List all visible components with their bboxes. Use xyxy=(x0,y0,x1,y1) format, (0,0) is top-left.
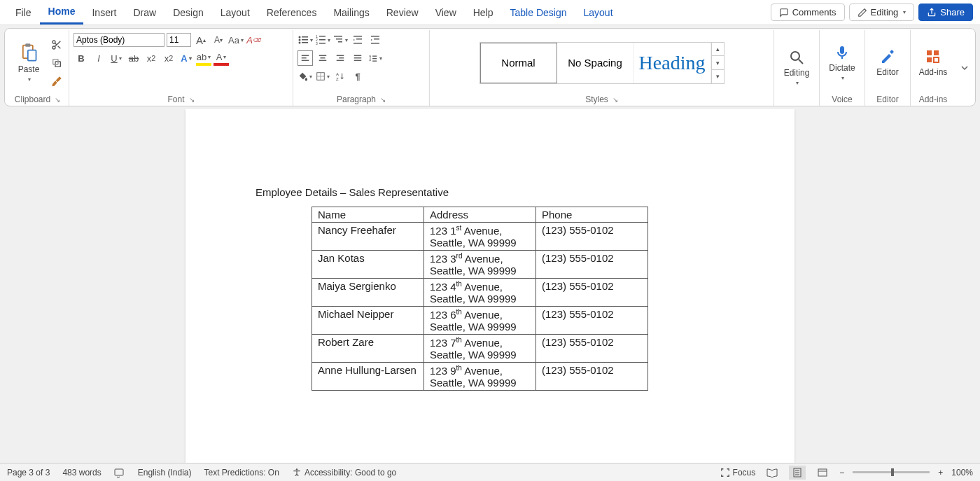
editor-icon xyxy=(879,48,896,65)
justify-button[interactable] xyxy=(350,50,365,66)
editing-find-button[interactable]: Editing ▾ xyxy=(778,46,815,89)
grow-font-button[interactable]: A▴ xyxy=(193,32,209,48)
bullets-button[interactable]: ▾ xyxy=(298,32,313,48)
sort-button[interactable]: AZ xyxy=(332,69,348,84)
show-marks-button[interactable]: ¶ xyxy=(350,69,365,84)
tab-view[interactable]: View xyxy=(427,1,465,24)
format-painter-button[interactable] xyxy=(49,74,64,89)
zoom-level[interactable]: 100% xyxy=(951,468,973,477)
tab-references[interactable]: References xyxy=(258,1,326,24)
font-size-input[interactable] xyxy=(167,33,191,47)
svg-point-5 xyxy=(299,36,301,39)
tab-layout[interactable]: Layout xyxy=(575,1,621,24)
zoom-in-button[interactable]: + xyxy=(938,468,943,477)
numbering-button[interactable]: 123▾ xyxy=(315,32,330,48)
magnifier-icon xyxy=(788,49,805,66)
print-layout-button[interactable] xyxy=(789,466,806,480)
svg-rect-34 xyxy=(337,60,344,61)
svg-rect-52 xyxy=(927,57,932,62)
tab-draw[interactable]: Draw xyxy=(125,1,164,24)
font-color-button[interactable]: A▾ xyxy=(214,50,229,66)
tab-layout[interactable]: Layout xyxy=(212,1,258,24)
accessibility-status[interactable]: Accessibility: Good to go xyxy=(292,468,396,477)
table-row[interactable]: Nancy Freehafer123 1st Avenue,Seattle, W… xyxy=(312,223,648,251)
styles-launcher[interactable]: ↘ xyxy=(612,96,618,104)
column-header[interactable]: Name xyxy=(312,207,424,223)
superscript-button[interactable]: x2 xyxy=(161,50,176,66)
word-count[interactable]: 483 words xyxy=(62,468,101,477)
font-launcher[interactable]: ↘ xyxy=(189,96,195,104)
font-name-input[interactable] xyxy=(74,33,164,47)
cut-button[interactable] xyxy=(49,37,64,53)
tab-design[interactable]: Design xyxy=(164,1,212,24)
increase-indent-button[interactable] xyxy=(368,32,383,48)
multilevel-list-button[interactable]: ▾ xyxy=(332,32,348,48)
shading-button[interactable]: ▾ xyxy=(298,69,313,84)
editing-mode-button[interactable]: Editing ▾ xyxy=(849,4,915,21)
shrink-font-button[interactable]: A▾ xyxy=(211,32,226,48)
tab-mailings[interactable]: Mailings xyxy=(325,1,377,24)
collapse-ribbon-button[interactable] xyxy=(955,30,974,106)
column-header[interactable]: Address xyxy=(424,207,536,223)
bold-button[interactable]: B xyxy=(74,50,89,66)
line-spacing-button[interactable]: ▾ xyxy=(368,50,383,66)
tab-insert[interactable]: Insert xyxy=(83,1,125,24)
web-layout-button[interactable] xyxy=(814,466,831,480)
svg-rect-30 xyxy=(321,57,326,58)
clipboard-launcher[interactable]: ↘ xyxy=(55,96,60,104)
svg-line-48 xyxy=(799,60,803,64)
column-header[interactable]: Phone xyxy=(536,207,648,223)
gallery-down[interactable]: ▾ xyxy=(712,56,724,70)
dictate-button[interactable]: Dictate ▾ xyxy=(824,41,860,84)
text-effects-button[interactable]: A▾ xyxy=(178,50,194,66)
spell-check-icon[interactable] xyxy=(114,467,125,478)
copy-button[interactable] xyxy=(49,55,64,71)
align-center-button[interactable] xyxy=(315,50,330,66)
clear-formatting-button[interactable]: A⌫ xyxy=(246,32,261,48)
change-case-button[interactable]: Aa▾ xyxy=(228,32,244,48)
table-row[interactable]: Robert Zare123 7th Avenue,Seattle, WA 99… xyxy=(312,335,648,363)
tab-file[interactable]: File xyxy=(7,1,40,24)
paste-button[interactable]: Paste ▾ xyxy=(10,40,47,85)
strikethrough-button[interactable]: ab xyxy=(126,50,141,66)
table-row[interactable]: Michael Neipper123 6th Avenue,Seattle, W… xyxy=(312,307,648,335)
addins-button[interactable]: Add-ins xyxy=(915,46,951,80)
style-no-spacing[interactable]: No Spacing xyxy=(557,43,634,83)
gallery-up[interactable]: ▴ xyxy=(712,43,724,57)
highlight-button[interactable]: ab▾ xyxy=(196,50,211,66)
style-heading[interactable]: Heading xyxy=(634,43,711,83)
share-button[interactable]: Share xyxy=(918,4,973,21)
document-area[interactable]: Employee Details – Sales Representative … xyxy=(0,109,980,463)
zoom-out-button[interactable]: − xyxy=(839,468,844,477)
page-indicator[interactable]: Page 3 of 3 xyxy=(7,468,50,477)
align-left-button[interactable] xyxy=(298,50,313,66)
gallery-more[interactable]: ▾ xyxy=(712,70,724,83)
focus-mode-button[interactable]: Focus xyxy=(720,468,756,477)
decrease-indent-button[interactable] xyxy=(350,32,365,48)
align-right-button[interactable] xyxy=(332,50,348,66)
language-indicator[interactable]: English (India) xyxy=(138,468,192,477)
borders-button[interactable]: ▾ xyxy=(315,69,330,84)
subscript-button[interactable]: x2 xyxy=(144,50,159,66)
table-row[interactable]: Jan Kotas123 3rd Avenue,Seattle, WA 9999… xyxy=(312,251,648,279)
underline-button[interactable]: U▾ xyxy=(108,50,124,66)
text-predictions[interactable]: Text Predictions: On xyxy=(204,468,279,477)
style-normal[interactable]: Normal xyxy=(480,43,557,83)
editor-button[interactable]: Editor xyxy=(869,46,906,80)
tab-home[interactable]: Home xyxy=(40,0,84,25)
doc-heading[interactable]: Employee Details – Sales Representative xyxy=(255,186,724,198)
employee-table[interactable]: NameAddressPhone Nancy Freehafer123 1st … xyxy=(312,207,648,391)
document-page[interactable]: Employee Details – Sales Representative … xyxy=(186,109,794,463)
comments-button[interactable]: Comments xyxy=(771,4,845,21)
table-row[interactable]: Maiya Sergienko123 4th Avenue,Seattle, W… xyxy=(312,279,648,307)
tab-help[interactable]: Help xyxy=(465,1,502,24)
tab-review[interactable]: Review xyxy=(378,1,427,24)
numbering-icon: 123 xyxy=(315,34,326,46)
tab-table-design[interactable]: Table Design xyxy=(502,1,575,24)
table-row[interactable]: Anne Hullung-Larsen123 9th Avenue,Seattl… xyxy=(312,363,648,391)
paragraph-launcher[interactable]: ↘ xyxy=(380,96,386,104)
italic-button[interactable]: I xyxy=(91,50,106,66)
svg-rect-40 xyxy=(372,58,377,59)
zoom-slider[interactable] xyxy=(853,471,930,473)
read-mode-button[interactable] xyxy=(764,466,780,480)
